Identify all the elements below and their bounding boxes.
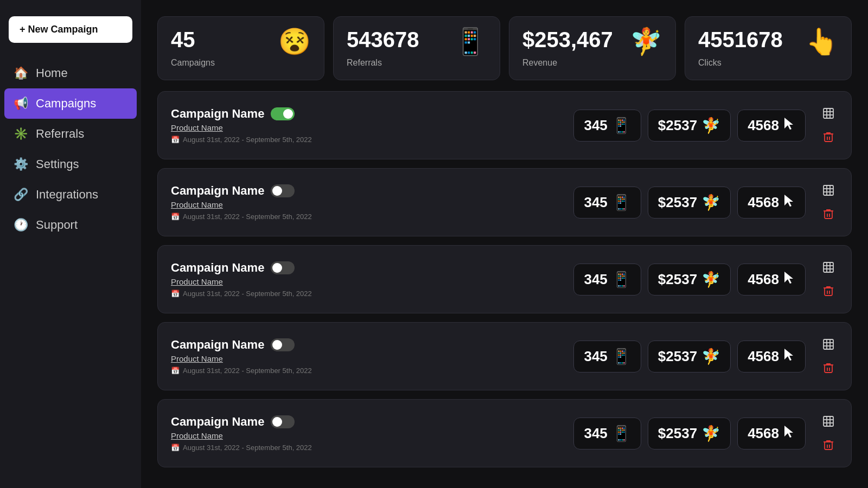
revenue-value: $2537	[658, 117, 697, 134]
campaign-date: 📅 August 31st, 2022 - September 5th, 202…	[171, 290, 565, 298]
campaign-card-1: Campaign Name Product Name 📅 August 31st…	[157, 91, 852, 159]
referrals-value: 345	[584, 117, 607, 134]
sidebar-item-home[interactable]: 🏠 Home	[0, 58, 141, 88]
svg-rect-32	[824, 416, 833, 426]
campaign-toggle[interactable]	[271, 415, 295, 428]
clicks-metric-box: 4568	[737, 110, 806, 142]
view-table-button[interactable]	[819, 412, 838, 431]
cursor-icon	[783, 117, 795, 134]
sidebar-item-campaigns[interactable]: 📢 Campaigns	[4, 88, 137, 119]
stat-card-referrals: 543678 📱 Referrals	[333, 16, 500, 80]
sidebar-item-support[interactable]: 🕐 Support	[0, 210, 141, 240]
campaign-title-row: Campaign Name	[171, 261, 565, 275]
clicks-value: 4568	[748, 271, 779, 288]
sidebar-item-label: Settings	[36, 157, 79, 171]
svg-rect-13	[825, 211, 832, 219]
revenue-metric-box: $2537 🧚	[648, 418, 731, 450]
clicks-value: 4568	[748, 348, 779, 365]
view-table-button[interactable]	[819, 258, 838, 277]
delete-button[interactable]	[819, 435, 838, 455]
metric-boxes: 345 📱 $2537 🧚 4568	[573, 264, 806, 296]
svg-rect-29	[825, 365, 832, 373]
svg-rect-5	[825, 134, 832, 142]
stat-emoji: 😵	[278, 29, 311, 55]
clicks-value: 4568	[748, 117, 779, 134]
stat-value: 543678	[347, 29, 419, 50]
svg-rect-37	[825, 442, 832, 450]
sidebar-item-label: Integrations	[36, 188, 98, 202]
campaign-date: 📅 August 31st, 2022 - September 5th, 202…	[171, 444, 565, 452]
stat-card-campaigns: 45 😵 Campaigns	[157, 16, 324, 80]
campaign-date: 📅 August 31st, 2022 - September 5th, 202…	[171, 367, 565, 375]
campaign-info: Campaign Name Product Name 📅 August 31st…	[171, 338, 565, 375]
referrals-emoji: 📱	[612, 271, 631, 288]
view-table-button[interactable]	[819, 104, 838, 123]
referrals-value: 345	[584, 271, 607, 288]
sidebar-item-label: Support	[36, 218, 78, 232]
campaign-toggle[interactable]	[271, 107, 295, 120]
revenue-value: $2537	[658, 194, 697, 211]
sidebar-item-settings[interactable]: ⚙️ Settings	[0, 149, 141, 179]
action-buttons	[819, 335, 838, 378]
delete-button[interactable]	[819, 281, 838, 301]
product-link[interactable]: Product Name	[171, 277, 565, 286]
calendar-icon: 📅	[171, 136, 180, 144]
referrals-value: 345	[584, 194, 607, 211]
stat-value: $253,467	[522, 29, 613, 50]
metric-boxes: 345 📱 $2537 🧚 4568	[573, 341, 806, 373]
product-link[interactable]: Product Name	[171, 431, 565, 440]
campaign-name: Campaign Name	[171, 261, 264, 275]
revenue-emoji: 🧚	[701, 194, 720, 211]
delete-button[interactable]	[819, 127, 838, 147]
campaign-date-text: August 31st, 2022 - September 5th, 2022	[183, 444, 312, 452]
product-link[interactable]: Product Name	[171, 354, 565, 363]
referrals-emoji: 📱	[612, 117, 631, 134]
revenue-emoji: 🧚	[701, 425, 720, 442]
product-link[interactable]: Product Name	[171, 200, 565, 209]
campaign-toggle[interactable]	[271, 184, 295, 197]
sidebar-item-referrals[interactable]: ✳️ Referrals	[0, 119, 141, 149]
delete-button[interactable]	[819, 204, 838, 224]
campaign-toggle[interactable]	[271, 261, 295, 274]
campaign-title-row: Campaign Name	[171, 184, 565, 198]
revenue-value: $2537	[658, 425, 697, 442]
referrals-emoji: 📱	[612, 194, 631, 211]
support-icon: 🕐	[13, 217, 28, 233]
campaign-date: 📅 August 31st, 2022 - September 5th, 202…	[171, 136, 565, 144]
revenue-emoji: 🧚	[701, 348, 720, 365]
sidebar-item-label: Referrals	[36, 127, 84, 141]
stat-label: Campaigns	[171, 58, 311, 68]
sidebar-item-integrations[interactable]: 🔗 Integrations	[0, 179, 141, 210]
product-link[interactable]: Product Name	[171, 123, 565, 132]
stat-emoji: 📱	[454, 29, 487, 55]
new-campaign-button[interactable]: + New Campaign	[9, 16, 132, 43]
revenue-emoji: 🧚	[701, 271, 720, 288]
campaign-card-5: Campaign Name Product Name 📅 August 31st…	[157, 399, 852, 467]
campaign-card-2: Campaign Name Product Name 📅 August 31st…	[157, 168, 852, 236]
stat-label: Referrals	[347, 58, 487, 68]
revenue-value: $2537	[658, 271, 697, 288]
campaign-card-3: Campaign Name Product Name 📅 August 31st…	[157, 245, 852, 313]
svg-rect-21	[825, 288, 832, 296]
revenue-emoji: 🧚	[701, 117, 720, 134]
action-buttons	[819, 181, 838, 224]
referrals-emoji: 📱	[612, 425, 631, 442]
svg-rect-0	[824, 108, 833, 118]
delete-button[interactable]	[819, 358, 838, 378]
view-table-button[interactable]	[819, 335, 838, 354]
campaign-card-4: Campaign Name Product Name 📅 August 31st…	[157, 322, 852, 390]
calendar-icon: 📅	[171, 367, 180, 375]
cursor-icon	[783, 425, 795, 442]
metric-boxes: 345 📱 $2537 🧚 4568	[573, 187, 806, 219]
clicks-value: 4568	[748, 194, 779, 211]
campaign-info: Campaign Name Product Name 📅 August 31st…	[171, 184, 565, 221]
campaign-toggle[interactable]	[271, 338, 295, 351]
campaign-name: Campaign Name	[171, 338, 264, 352]
revenue-value: $2537	[658, 348, 697, 365]
referrals-metric-box: 345 📱	[573, 418, 641, 450]
stats-row: 45 😵 Campaigns 543678 📱 Referrals $253,4…	[157, 16, 852, 80]
view-table-button[interactable]	[819, 181, 838, 200]
stat-value: 4551678	[698, 29, 783, 50]
svg-rect-24	[824, 339, 833, 349]
campaign-info: Campaign Name Product Name 📅 August 31st…	[171, 261, 565, 298]
